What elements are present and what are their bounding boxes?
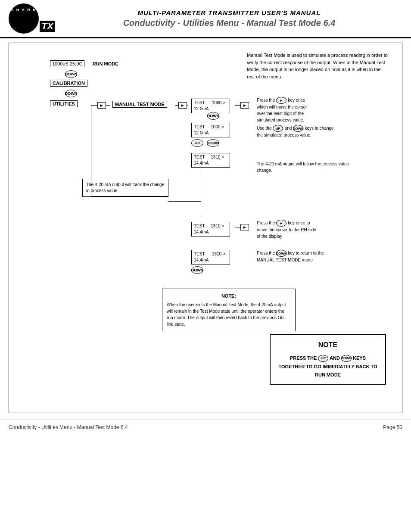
instruction-4-text-1: Press the [257,221,276,225]
test-screen-4: TEST 1310 > 14.4mA [191,222,230,236]
note-bottom-line2: PRESS THE UP AND DOWN KEYS [277,354,379,363]
test-screen-2: TEST 1000 > 12.0mA UP DOWN [191,123,230,147]
callout-box: The 4-20 mA output will track the change… [82,179,168,197]
note-box-bottom-right: NOTE PRESS THE UP AND DOWN KEYS TOGETHER… [270,334,386,385]
down-icon-5: DOWN [191,266,203,274]
manual-test-mode-box: MANUAL TEST MODE [112,101,167,108]
down-key-note: DOWN [341,355,352,362]
right-arrow-connector-3: ► [240,102,249,109]
screen-1: TEST 1000 > 12.0mA [191,99,230,113]
main-box: Manual Test Mode is used to simulate a p… [9,43,402,413]
vline-s3-down [201,167,201,201]
instruction-5-text-1: Press the [257,251,276,255]
vline-s3-s4 [201,215,201,224]
header-title-top: MULTI-PARAMETER TRANSMITTER USER'S MANUA… [56,9,402,16]
up-icon-1: UP [191,139,203,147]
logo-shark-text: S H A R K [11,8,36,12]
note-text-box: NOTE: When the user exits the Manual Tes… [162,289,296,331]
header-text-block: MULTI-PARAMETER TRANSMITTER USER'S MANUA… [47,9,402,28]
logo-circle: S H A R K [9,3,39,34]
right-key-icon-2: ► [276,220,286,227]
note-bottom-line4: RUN MODE [277,371,379,380]
screen1-down-btn: DOWN [207,112,219,120]
down-icon-2: DOWN [65,90,77,97]
calibration-down-btn: DOWN [65,90,77,97]
instruction-2: Use the UP and DOWN keys to changethe si… [257,125,377,138]
screen-3: TEST 1310 > 14.4mA [191,153,230,168]
screen-3-line1: TEST 1310 > [194,154,227,160]
logo-tx-text: TX [40,21,55,32]
screen-5-line2: 14.4mA [194,257,227,263]
manual-test-mode-label: MANUAL TEST MODE [112,101,167,108]
screen-2: TEST 1000 > 12.0mA [191,123,230,137]
down-key-icon-2: DOWN [276,250,286,257]
hline-bottom-left [91,196,168,196]
screen-4-line1: TEST 1310 > [194,223,227,229]
right-arrow-connector-4: ► [240,224,249,230]
instruction-3-text: The 4-20 mA output will follow the proce… [257,162,349,173]
screen-5-line1: TEST 1310 > [194,251,227,257]
utilities-box: UTILITIES [50,100,78,107]
header-title-bottom: Conductivity - Utilities Menu - Manual T… [56,18,402,28]
arrow-right-3: ► [240,102,249,109]
diagram-area: 1000uS 25.0C RUN MODE DOWN CALIBRATION D… [16,54,395,377]
instruction-1: Press the ► key oncewhich will move the … [257,97,377,123]
arrow-right-1: ► [97,102,106,109]
vline-s1-s2 [201,118,201,125]
note-box-center: NOTE: When the user exits the Manual Tes… [162,289,296,331]
screen-4: TEST 1310 > 14.4mA [191,222,230,236]
screen-1-line2: 12.0mA [194,106,227,112]
instruction-2-text-1: Use the [257,126,273,131]
run-mode-down-btn: DOWN [65,70,77,78]
screen5-down-area: DOWN [191,266,230,274]
screen-5: TEST 1310 > 14.4mA [191,250,230,264]
vline-s2-s3 [201,144,201,155]
vline-s4-s5 [201,261,201,270]
screen-1-line1: TEST 1000 > [194,100,227,106]
instruction-2-and: and [285,126,293,131]
right-key-icon-1: ► [276,97,286,104]
instruction-3: The 4-20 mA output will follow the proce… [257,161,364,174]
screen2-btns: UP DOWN [191,139,230,147]
instruction-1-text: Press the [257,98,276,103]
note-bottom-box: NOTE PRESS THE UP AND DOWN KEYS TOGETHER… [270,334,386,385]
down-icon-1: DOWN [65,70,77,78]
right-arrow-connector-2: ► [178,102,187,109]
up-key-icon: UP [273,125,283,132]
logo-wrapper: S H A R K TX [9,3,47,34]
right-arrow-connector-1: ► [97,102,106,109]
calibration-box: CALIBRATION [50,80,87,87]
note-bottom-title: NOTE [277,339,379,352]
note-text: When the user exits the Manual Test Mode… [167,302,291,327]
instruction-5: Press the DOWN key to return to theMANUA… [257,250,377,263]
screen-3-line2: 14.4mA [194,160,227,166]
run-mode-display: 1000uS 25.0C RUN MODE [50,60,118,67]
down-icon-3: DOWN [207,112,219,120]
arrow-right-2: ► [178,102,187,109]
utilities-label: UTILITIES [50,100,78,107]
screen-2-line2: 12.0mA [194,130,227,136]
page-header: S H A R K TX MULTI-PARAMETER TRANSMITTER… [0,0,411,38]
arrow-right-4: ► [240,224,249,230]
hline-to-callout [168,201,201,202]
screen-4-line2: 14.4mA [194,229,227,235]
test-screen-1: TEST 1000 > 12.0mA [191,99,230,113]
down-icon-4: DOWN [207,139,219,147]
test-screen-5: TEST 1310 > 14.4mA DOWN [191,250,230,274]
test-screen-3: TEST 1310 > 14.4mA [191,153,230,168]
callout-text: The 4-20 mA output will track the change… [82,179,168,197]
vline-left-main [91,105,91,196]
note-bottom-line3: TOGETHER TO GO IMMEDIATELY BACK TO [277,363,379,371]
instruction-4: Press the ► key once tomove the cursor t… [257,220,377,240]
up-key-note: UP [318,355,328,362]
run-mode-label: RUN MODE [93,61,118,66]
down-key-icon-inst: DOWN [293,125,303,132]
footer-left: Conductivity - Utilities Menu - Manual T… [9,424,128,430]
run-mode-value: 1000uS 25.0C [50,60,84,67]
page-footer: Conductivity - Utilities Menu - Manual T… [0,420,411,435]
note-label: NOTE: [167,292,291,300]
footer-right: Page 50 [383,424,402,430]
screen-2-line1: TEST 1000 > [194,124,227,130]
calibration-label: CALIBRATION [50,80,87,87]
content-outer: Manual Test Mode is used to simulate a p… [0,38,411,417]
